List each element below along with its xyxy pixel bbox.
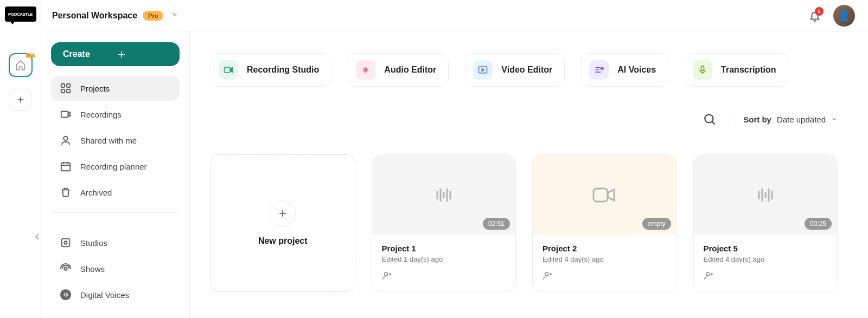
nav-label: Shared with me xyxy=(80,136,137,145)
project-title: Project 1 xyxy=(382,244,506,253)
quick-label: Audio Editor xyxy=(384,65,436,75)
share-button[interactable] xyxy=(704,271,828,283)
chevron-down-icon xyxy=(171,11,178,18)
nav-projects[interactable]: Projects xyxy=(51,76,180,101)
nav-archived[interactable]: Archived xyxy=(51,180,180,205)
waveform-icon xyxy=(431,184,457,206)
nav-label: Digital Voices xyxy=(80,290,129,300)
project-subtitle: Edited 4 day(s) ago xyxy=(704,255,828,263)
plan-badge: Pro xyxy=(143,11,163,21)
search-icon xyxy=(703,112,717,126)
new-project-card[interactable]: New project xyxy=(210,154,355,292)
project-thumbnail: empty xyxy=(533,155,676,235)
studio-icon xyxy=(60,237,72,249)
user-icon xyxy=(60,134,72,146)
crown-icon xyxy=(25,50,36,61)
project-subtitle: Edited 1 day(s) ago xyxy=(382,255,506,263)
nav-label: Studios xyxy=(80,238,107,248)
quick-video-editor[interactable]: Video Editor xyxy=(465,53,565,87)
project-card[interactable]: 02:51 Project 1 Edited 1 day(s) ago xyxy=(372,154,516,292)
workspace-tile[interactable] xyxy=(9,53,33,77)
quick-transcription[interactable]: Transcription xyxy=(685,53,788,87)
share-button[interactable] xyxy=(382,271,506,283)
plus-icon: ＋ xyxy=(116,46,168,62)
sort-label: Sort by xyxy=(743,115,771,124)
video-icon xyxy=(219,60,238,80)
share-button[interactable] xyxy=(542,271,667,283)
svg-rect-13 xyxy=(701,66,704,71)
project-grid: New project 02:51 Project 1 Edited 1 day… xyxy=(210,154,838,292)
plus-icon xyxy=(277,208,288,219)
mic-icon xyxy=(693,60,712,80)
user-plus-icon xyxy=(382,271,392,281)
add-workspace-button[interactable] xyxy=(10,89,31,111)
svg-point-18 xyxy=(706,272,709,276)
trash-icon xyxy=(60,186,72,198)
quick-audio-editor[interactable]: Audio Editor xyxy=(348,53,449,87)
nav-label: Recording planner xyxy=(80,162,147,171)
quick-label: Recording Studio xyxy=(247,65,319,75)
calendar-icon xyxy=(60,160,72,172)
plus-circle xyxy=(270,200,296,226)
brand-logo: PODCASTLE xyxy=(5,7,36,22)
nav-recordings[interactable]: Recordings xyxy=(51,102,180,127)
nav-digital-voices[interactable]: Digital Voices xyxy=(51,282,180,307)
search-button[interactable] xyxy=(703,112,717,126)
svg-rect-1 xyxy=(67,84,70,87)
nav-shared[interactable]: Shared with me xyxy=(51,128,180,153)
icon-rail: PODCASTLE xyxy=(0,0,41,318)
svg-point-5 xyxy=(63,137,67,140)
nav-studios[interactable]: Studios xyxy=(51,230,180,255)
project-title: Project 2 xyxy=(542,244,667,253)
nav-label: Shows xyxy=(80,264,105,274)
quick-label: Video Editor xyxy=(501,65,552,75)
user-plus-icon xyxy=(542,271,552,281)
duration-badge: empty xyxy=(642,218,671,230)
workspace-dropdown[interactable] xyxy=(171,11,178,21)
svg-point-17 xyxy=(545,272,548,276)
quick-recording-studio[interactable]: Recording Studio xyxy=(210,53,331,87)
collapse-sidebar-button[interactable] xyxy=(34,229,41,244)
user-avatar[interactable]: 👤 xyxy=(833,5,855,27)
nav-shows[interactable]: Shows xyxy=(51,256,180,281)
svg-rect-11 xyxy=(225,67,231,73)
svg-rect-0 xyxy=(61,84,65,87)
broadcast-icon xyxy=(60,263,72,275)
nav-planner[interactable]: Recording planner xyxy=(51,154,180,179)
project-subtitle: Edited 4 day(s) ago xyxy=(542,255,667,263)
svg-rect-2 xyxy=(61,89,65,93)
nav-label: Recordings xyxy=(80,110,122,119)
waveform-icon xyxy=(752,184,778,206)
chevron-down-icon xyxy=(831,116,838,122)
camera-icon xyxy=(60,108,72,120)
project-thumbnail: 00:25 xyxy=(694,155,838,235)
project-card[interactable]: empty Project 2 Edited 4 day(s) ago xyxy=(532,154,677,292)
quick-ai-voices[interactable]: AI Voices xyxy=(581,53,668,87)
chevron-left-icon xyxy=(35,233,40,241)
svg-rect-6 xyxy=(61,163,71,171)
svg-point-8 xyxy=(64,241,67,244)
svg-rect-16 xyxy=(593,189,608,202)
ai-icon xyxy=(589,60,609,80)
svg-point-9 xyxy=(64,267,67,270)
divider xyxy=(730,112,730,127)
grid-icon xyxy=(60,82,72,94)
create-button[interactable]: Create ＋ xyxy=(51,42,180,66)
svg-point-14 xyxy=(705,114,713,122)
home-icon xyxy=(15,60,26,70)
quick-label: AI Voices xyxy=(617,65,656,75)
notifications-button[interactable]: 2 xyxy=(807,8,822,23)
voice-icon xyxy=(60,289,72,301)
sort-dropdown[interactable]: Sort by Date updated xyxy=(743,115,838,124)
user-plus-icon xyxy=(704,271,713,281)
nav-secondary: Studios Shows Digital Voices xyxy=(51,230,180,307)
play-icon xyxy=(473,60,493,80)
divider xyxy=(51,212,180,213)
duration-badge: 02:51 xyxy=(483,218,510,230)
sidebar: Create ＋ Projects Recordings Shared with… xyxy=(41,0,190,318)
create-button-label: Create xyxy=(63,49,116,59)
sort-value: Date updated xyxy=(777,115,826,124)
project-card[interactable]: 00:25 Project 5 Edited 4 day(s) ago xyxy=(693,154,838,292)
nav-label: Projects xyxy=(80,84,110,93)
workspace-name: Personal Workspace xyxy=(52,11,137,21)
